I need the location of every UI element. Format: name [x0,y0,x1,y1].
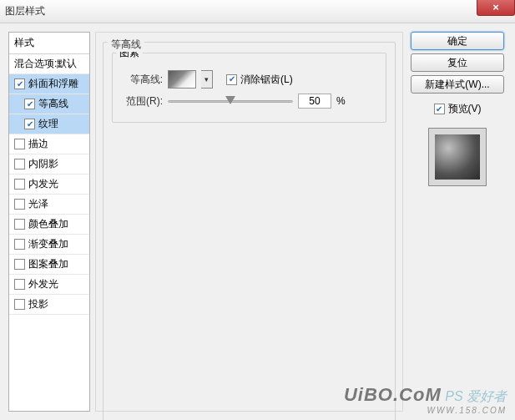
style-item-label: 颜色叠加 [28,217,68,231]
range-unit: % [336,95,346,107]
close-icon: × [492,2,499,13]
preview-image [435,134,480,180]
contour-dropdown[interactable]: ▾ [201,70,213,89]
cancel-button[interactable]: 复位 [411,53,504,72]
dialog-body: 样式 混合选项:默认 斜面和浮雕等高线纹理描边内阴影内发光光泽颜色叠加渐变叠加图… [0,23,515,420]
style-item-6[interactable]: 光泽 [9,195,89,215]
contour-picker[interactable] [168,70,196,89]
preview-thumbnail [428,128,487,186]
window-title: 图层样式 [5,4,45,18]
style-checkbox[interactable] [14,239,25,250]
style-checkbox[interactable] [14,139,25,149]
style-item-4[interactable]: 内阴影 [9,154,89,175]
styles-list: 样式 混合选项:默认 斜面和浮雕等高线纹理描边内阴影内发光光泽颜色叠加渐变叠加图… [8,32,90,412]
style-item-label: 内阴影 [28,157,58,171]
settings-panel: 等高线 图素 等高线: ▾ 消除锯齿(L) 范围(R): [95,32,403,412]
style-checkbox[interactable] [24,99,35,109]
buttons-panel: 确定 复位 新建样式(W)... 预览(V) [408,32,507,412]
group-title: 等高线 [108,38,144,52]
style-checkbox[interactable] [14,159,25,170]
style-item-label: 描边 [28,137,48,151]
style-item-8[interactable]: 渐变叠加 [9,235,89,255]
style-checkbox[interactable] [14,219,25,230]
style-item-label: 纹理 [38,117,58,131]
style-item-5[interactable]: 内发光 [9,175,89,195]
style-item-label: 渐变叠加 [28,237,68,251]
close-button[interactable]: × [477,0,515,16]
style-item-7[interactable]: 颜色叠加 [9,215,89,235]
style-checkbox[interactable] [14,279,25,290]
range-label: 范围(R): [121,94,163,109]
range-slider[interactable] [168,95,293,107]
style-item-label: 斜面和浮雕 [28,77,78,91]
style-item-0[interactable]: 斜面和浮雕 [9,74,89,94]
style-item-1[interactable]: 等高线 [9,94,89,114]
ok-button[interactable]: 确定 [411,32,504,50]
titlebar: 图层样式 × [0,0,515,23]
style-item-label: 外发光 [28,277,58,291]
style-item-label: 图案叠加 [28,257,68,271]
style-checkbox[interactable] [14,179,25,190]
contour-label: 等高线: [121,73,163,87]
style-item-label: 光泽 [28,197,48,211]
style-item-2[interactable]: 纹理 [9,114,89,134]
blend-options-label: 混合选项:默认 [14,57,77,71]
style-item-10[interactable]: 外发光 [9,275,89,295]
style-checkbox[interactable] [14,259,25,270]
style-checkbox[interactable] [14,299,25,310]
range-input[interactable] [298,94,331,109]
blend-options-row[interactable]: 混合选项:默认 [9,54,89,74]
preview-checkbox[interactable] [434,104,445,114]
style-item-9[interactable]: 图案叠加 [9,255,89,275]
new-style-button[interactable]: 新建样式(W)... [411,75,504,94]
antialias-checkbox[interactable] [226,74,237,85]
style-item-3[interactable]: 描边 [9,134,89,154]
style-checkbox[interactable] [24,119,35,129]
style-checkbox[interactable] [14,78,25,89]
style-item-11[interactable]: 投影 [9,295,89,315]
slider-thumb[interactable] [225,96,235,104]
style-item-label: 投影 [28,297,48,311]
style-item-label: 内发光 [28,177,58,191]
style-item-label: 等高线 [38,97,68,111]
antialias-label: 消除锯齿(L) [240,73,293,87]
preview-label: 预览(V) [448,102,482,116]
watermark: UiBO.CoM PS 爱好者 WWW.158.COM [344,384,507,415]
style-checkbox[interactable] [14,199,25,210]
styles-header[interactable]: 样式 [9,33,89,54]
